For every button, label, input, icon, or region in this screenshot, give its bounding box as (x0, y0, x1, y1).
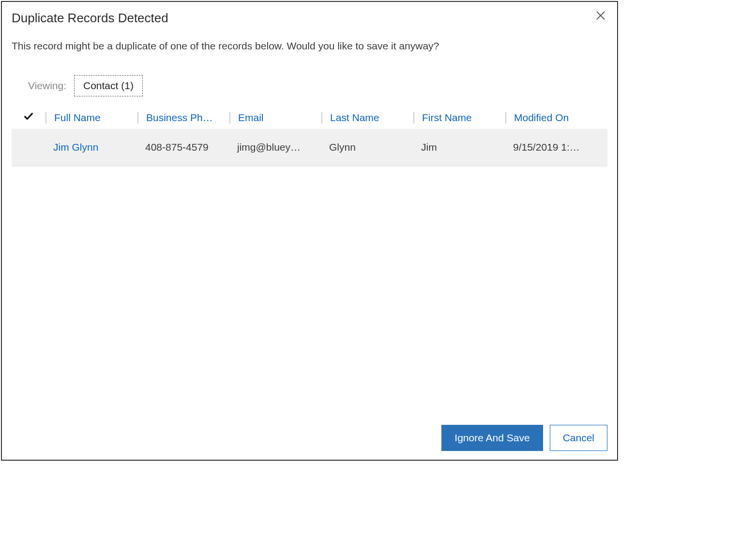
column-header-select[interactable] (12, 111, 45, 124)
dialog-footer: Ignore And Save Cancel (441, 425, 607, 451)
close-icon[interactable] (594, 9, 607, 22)
column-header-firstname[interactable]: First Name (413, 112, 505, 124)
dialog-title: Duplicate Records Detected (12, 11, 168, 26)
column-header-lastname[interactable]: Last Name (321, 112, 413, 124)
cell-lastname: Glynn (321, 141, 413, 153)
checkmark-icon (23, 111, 34, 122)
viewing-label: Viewing: (28, 80, 66, 92)
cell-phone: 408-875-4579 (137, 141, 229, 153)
duplicate-records-dialog: Duplicate Records Detected This record m… (1, 1, 618, 461)
dialog-message: This record might be a duplicate of one … (12, 40, 607, 52)
viewing-row: Viewing: Contact (1) (28, 75, 607, 96)
cell-firstname: Jim (413, 141, 505, 153)
column-header-email[interactable]: Email (229, 112, 321, 124)
duplicates-grid: Full Name Business Ph… Email Last Name F… (12, 107, 607, 166)
cell-fullname[interactable]: Jim Glynn (45, 141, 137, 153)
viewing-tab-contact[interactable]: Contact (1) (74, 75, 143, 96)
cancel-button[interactable]: Cancel (550, 425, 607, 451)
column-header-phone[interactable]: Business Ph… (137, 112, 229, 124)
cell-modified: 9/15/2019 1:… (505, 141, 597, 153)
cell-email: jimg@bluey… (229, 141, 321, 153)
column-header-fullname[interactable]: Full Name (45, 112, 137, 124)
dialog-header: Duplicate Records Detected (12, 11, 607, 26)
ignore-and-save-button[interactable]: Ignore And Save (441, 425, 543, 451)
column-header-modified[interactable]: Modified On (505, 112, 597, 124)
table-row[interactable]: Jim Glynn 408-875-4579 jimg@bluey… Glynn… (12, 129, 607, 166)
grid-header-row: Full Name Business Ph… Email Last Name F… (12, 107, 607, 129)
